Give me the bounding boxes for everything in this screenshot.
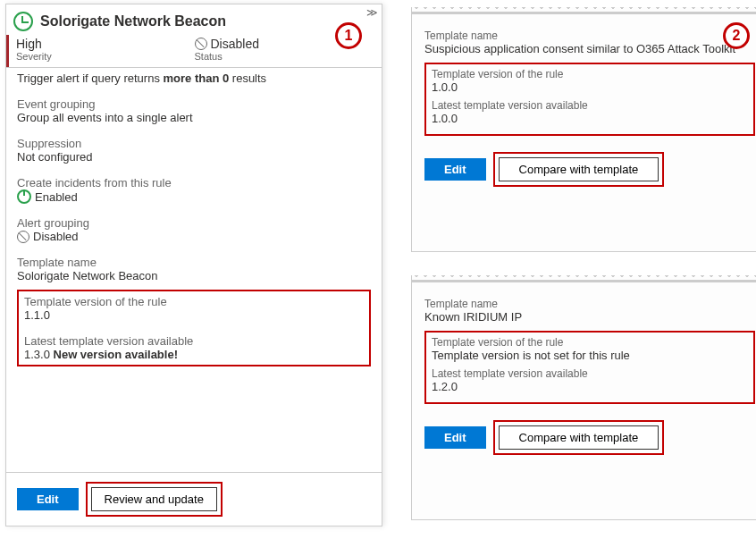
suppression-value: Not configured — [17, 150, 371, 164]
review-update-highlight: Review and update — [86, 482, 223, 517]
trigger-text: Trigger alert if query returns more than… — [17, 72, 371, 85]
template-version-latest-label: Latest template version available — [432, 367, 748, 380]
template-name-value: Known IRIDIUM IP — [424, 310, 755, 324]
severity-status-row: High Severity Disabled Status — [6, 35, 382, 67]
template-version-latest-value: 1.2.0 — [432, 380, 748, 393]
review-and-update-button[interactable]: Review and update — [91, 487, 217, 511]
compare-highlight: Compare with template — [493, 152, 665, 187]
torn-edge-decoration — [412, 7, 756, 14]
disabled-icon — [17, 231, 29, 243]
template-name-label: Template name — [424, 29, 755, 42]
create-incidents-label: Create incidents from this rule — [17, 176, 371, 189]
event-grouping-label: Event grouping — [17, 97, 371, 111]
template-name-label: Template name — [17, 256, 371, 269]
template-version-rule-label: Template version of the rule — [432, 336, 748, 349]
template-version-rule-value: 1.0.0 — [432, 80, 748, 94]
panel-header: Solorigate Network Beacon ≫ — [6, 4, 382, 35]
rule-snippet-a: Template name Suspicious application con… — [411, 7, 756, 252]
rule-details-panel: Solorigate Network Beacon ≫ High Severit… — [5, 4, 382, 526]
edit-button[interactable]: Edit — [424, 158, 486, 181]
create-incidents-value: Enabled — [17, 189, 371, 204]
template-name-label: Template name — [424, 298, 755, 310]
panel-scroll-body[interactable]: Trigger alert if query returns more than… — [6, 67, 382, 473]
suppression-label: Suppression — [17, 137, 371, 150]
template-name-value: Solorigate Network Beacon — [17, 269, 371, 282]
template-version-rule-label: Template version of the rule — [432, 68, 748, 80]
disabled-icon — [195, 38, 207, 50]
rule-snippet-b: Template name Known IRIDIUM IP Template … — [411, 275, 756, 520]
event-grouping-value: Group all events into a single alert — [17, 111, 371, 124]
collapse-icon[interactable]: ≫ — [366, 6, 378, 19]
rule-type-icon — [13, 12, 33, 31]
template-version-rule-value: Template version is not set for this rul… — [432, 349, 748, 362]
enabled-icon — [17, 189, 31, 204]
template-version-latest-value: 1.3.0 New version available! — [24, 348, 364, 361]
template-version-highlight: Template version of the rule Template ve… — [424, 331, 755, 404]
annotation-badge-1: 1 — [335, 22, 362, 49]
compare-highlight: Compare with template — [493, 420, 665, 455]
template-version-latest-value: 1.0.0 — [432, 112, 748, 125]
template-name-value: Suspicious application consent similar t… — [424, 42, 755, 55]
template-version-highlight: Template version of the rule 1.0.0 Lates… — [424, 63, 755, 136]
compare-with-template-button[interactable]: Compare with template — [499, 425, 659, 450]
template-version-rule-value: 1.1.0 — [24, 308, 364, 322]
edit-button[interactable]: Edit — [17, 488, 79, 510]
edit-button[interactable]: Edit — [424, 426, 486, 449]
template-version-highlight: Template version of the rule 1.1.0 Lates… — [17, 290, 371, 366]
severity-value: High — [16, 37, 195, 51]
template-version-latest-label: Latest template version available — [432, 99, 748, 112]
panel-footer: Edit Review and update — [6, 473, 382, 526]
compare-with-template-button[interactable]: Compare with template — [499, 157, 659, 181]
annotation-badge-2: 2 — [723, 22, 750, 49]
template-version-latest-label: Latest template version available — [24, 334, 364, 348]
status-label: Status — [195, 51, 374, 62]
rule-title: Solorigate Network Beacon — [40, 13, 373, 29]
torn-edge-decoration — [412, 275, 756, 282]
alert-grouping-label: Alert grouping — [17, 216, 371, 230]
template-version-rule-label: Template version of the rule — [24, 295, 364, 308]
severity-label: Severity — [16, 51, 195, 62]
alert-grouping-value: Disabled — [17, 230, 371, 243]
